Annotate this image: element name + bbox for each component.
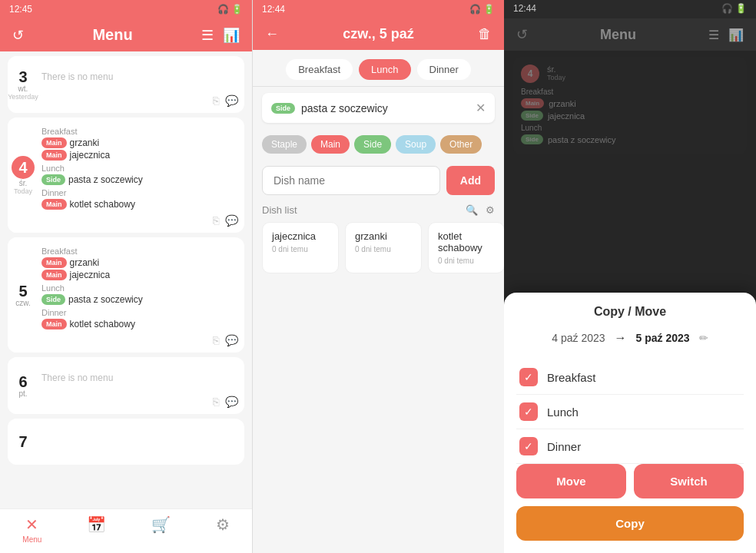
dimmed-today: Today — [547, 74, 565, 81]
delete-button[interactable]: 🗑 — [478, 26, 492, 42]
modal-date-row: 4 paź 2023 → 5 paź 2023 ✏ — [516, 331, 744, 345]
modal-to-date: 5 paź 2023 — [636, 332, 690, 344]
dimmed-content: 4 śr. Today Breakfast Main grzanki Side … — [504, 51, 756, 165]
dish-card-grzanki[interactable]: grzanki 0 dni temu — [345, 222, 422, 273]
dimmed-title: Menu — [600, 27, 636, 43]
breakfast-label-5: Breakfast — [41, 247, 238, 256]
dish-name-kotlet: kotlet schabowy — [438, 230, 495, 253]
meal-name-pasta-5: pasta z soczewicy — [68, 294, 143, 305]
checkbox-breakfast-label: Breakfast — [547, 371, 595, 384]
dish-time-jajecznica: 0 dni temu — [272, 245, 329, 253]
cat-btn-main[interactable]: Main — [311, 135, 350, 154]
dimmed-hamburger-icon: ☰ — [708, 28, 719, 42]
cat-btn-soup[interactable]: Soup — [396, 135, 436, 154]
day-card-7: 7 — [8, 419, 244, 465]
lunch-label-5: Lunch — [41, 283, 238, 293]
dish-name-jajecznica: jajecznica — [272, 230, 329, 242]
lunch-label-4: Lunch — [41, 164, 238, 173]
tab-lunch[interactable]: Lunch — [359, 59, 410, 80]
meal-name-grzanki-4: grzanki — [70, 137, 100, 148]
dish-name-grzanki: grzanki — [355, 230, 412, 242]
day-abbr-5: czw. — [15, 299, 30, 307]
settings-icon: ⚙ — [216, 515, 230, 534]
dish-time-grzanki: 0 dni temu — [355, 245, 412, 253]
header-2: ← czw., 5 paź 🗑 — [253, 18, 504, 50]
bottom-nav: ✕ Menu 📅 🛒 ⚙ — [0, 508, 252, 553]
status-icons-2: 🎧 🔋 — [469, 4, 495, 15]
checkbox-dinner-label: Dinner — [547, 440, 581, 453]
day-card-6: 6 pt. There is no menu ⎘ 💬 — [8, 357, 244, 414]
header-1: ↺ Menu ☰ 📊 — [0, 18, 252, 51]
shopping-icon: 🛒 — [151, 515, 171, 534]
comment-icon-5[interactable]: 💬 — [225, 334, 238, 346]
category-pills: Staple Main Side Soup Other — [253, 129, 504, 160]
menu-title: Menu — [92, 26, 132, 44]
checkbox-lunch-label: Lunch — [547, 406, 579, 419]
tag-main-4a: Main — [41, 137, 67, 148]
hamburger-icon[interactable]: ☰ — [201, 27, 214, 44]
copy-move-modal: Copy / Move 4 paź 2023 → 5 paź 2023 ✏ ✓ … — [504, 293, 756, 553]
day-content-5: Breakfast Main grzanki Main jajecznica L… — [38, 237, 244, 353]
meal-pasta-4: Side pasta z soczewicy — [41, 174, 238, 185]
tag-side-5: Side — [41, 294, 65, 305]
chart-icon[interactable]: 📊 — [223, 27, 240, 44]
dish-list-scroll[interactable]: jajecznica 0 dni temu grzanki 0 dni temu… — [253, 222, 504, 280]
days-scroll[interactable]: 3 wt. Yesterday There is no menu ⎘ 💬 4 ś… — [0, 51, 252, 508]
dinner-label-4: Dinner — [41, 188, 238, 197]
dish-card-kotlet[interactable]: kotlet schabowy 0 dni temu — [428, 222, 504, 273]
cat-btn-staple[interactable]: Staple — [262, 135, 307, 154]
dimmed-meal-grzanki: Main grzanki — [521, 98, 739, 108]
comment-icon-4[interactable]: 💬 — [225, 214, 238, 227]
nav-menu[interactable]: ✕ Menu — [22, 515, 41, 544]
checkbox-dinner-icon[interactable]: ✓ — [519, 437, 538, 455]
tag-main-5a: Main — [41, 257, 67, 268]
comment-icon-3[interactable]: 💬 — [225, 94, 238, 107]
comment-icon-6[interactable]: 💬 — [225, 396, 238, 408]
cat-btn-side[interactable]: Side — [354, 135, 391, 154]
day-number-4: 4 — [12, 156, 35, 179]
add-dish-button[interactable]: Add — [446, 166, 495, 195]
day-label-6: 6 pt. — [8, 357, 38, 414]
tab-breakfast[interactable]: Breakfast — [286, 59, 353, 80]
switch-button[interactable]: Switch — [634, 464, 744, 498]
copy-icon-6[interactable]: ⎘ — [213, 396, 219, 408]
cat-btn-other[interactable]: Other — [440, 135, 482, 154]
modal-edit-icon[interactable]: ✏ — [699, 332, 708, 344]
day-card-5: 5 czw. Breakfast Main grzanki Main jajec… — [8, 237, 244, 353]
gear-icon[interactable]: ⚙ — [486, 204, 495, 216]
dinner-label-5: Dinner — [41, 308, 238, 317]
dish-time-kotlet: 0 dni temu — [438, 257, 495, 265]
meal-name-pasta-4: pasta z soczewicy — [68, 174, 143, 185]
dish-card-jajecznica[interactable]: jajecznica 0 dni temu — [262, 222, 339, 273]
nav-settings[interactable]: ⚙ — [216, 515, 230, 544]
status-icons-3: 🎧 🔋 — [721, 3, 747, 15]
day-content-4: Breakfast Main grzanki Main jajecznica L… — [38, 118, 244, 233]
copy-icon-3[interactable]: ⎘ — [213, 94, 219, 107]
refresh-icon[interactable]: ↺ — [12, 27, 24, 44]
checkbox-breakfast-icon[interactable]: ✓ — [519, 368, 538, 386]
checkbox-breakfast[interactable]: ✓ Breakfast — [516, 360, 744, 395]
nav-shopping[interactable]: 🛒 — [151, 515, 171, 544]
modal-from-date: 4 paź 2023 — [552, 332, 605, 344]
checkbox-dinner[interactable]: ✓ Dinner — [516, 429, 744, 464]
panel-menu-list: 12:45 🎧 🔋 ↺ Menu ☰ 📊 3 wt. Yesterday The… — [0, 0, 252, 553]
back-button[interactable]: ← — [265, 26, 279, 42]
move-button[interactable]: Move — [516, 464, 626, 498]
tab-dinner[interactable]: Dinner — [417, 59, 471, 80]
day-abbr-3: wt. — [18, 84, 28, 93]
checkbox-lunch[interactable]: ✓ Lunch — [516, 395, 744, 429]
dish-list-label: Dish list — [262, 204, 297, 216]
copy-icon-5[interactable]: ⎘ — [213, 334, 219, 346]
dimmed-breakfast-section: Breakfast — [521, 88, 739, 96]
day-subtitle-4: Today — [14, 187, 32, 195]
copy-icon-4[interactable]: ⎘ — [213, 214, 219, 227]
search-icon[interactable]: 🔍 — [466, 204, 478, 216]
copy-button[interactable]: Copy — [516, 506, 744, 541]
day-number-3: 3 — [18, 69, 27, 84]
nav-calendar[interactable]: 📅 — [87, 515, 106, 544]
dish-input-row: Add — [253, 160, 504, 201]
dish-name-input[interactable] — [262, 166, 440, 195]
current-dish-chip: Side pasta z soczewicy ✕ — [262, 93, 495, 123]
chip-close-btn[interactable]: ✕ — [476, 101, 486, 115]
checkbox-lunch-icon[interactable]: ✓ — [519, 402, 538, 421]
